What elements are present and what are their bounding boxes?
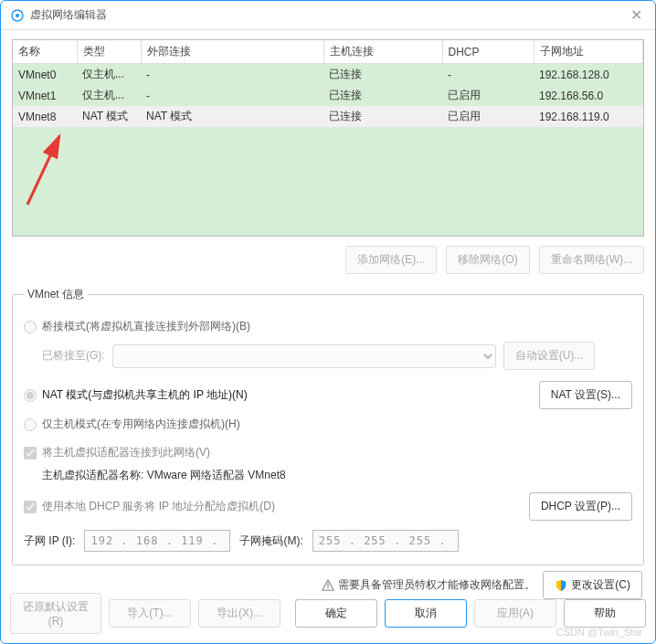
cell-type: NAT 模式	[77, 106, 141, 127]
admin-warning: 需要具备管理员特权才能修改网络配置。	[322, 577, 535, 593]
help-button[interactable]: 帮助	[564, 599, 646, 628]
window-title: 虚拟网络编辑器	[30, 7, 627, 23]
cell-name: VMnet0	[13, 64, 77, 86]
cell-ext: NAT 模式	[141, 106, 323, 127]
titlebar: 虚拟网络编辑器 ✕	[1, 1, 655, 30]
remove-network-button[interactable]: 移除网络(O)	[446, 246, 529, 274]
restore-defaults-button[interactable]: 还原默认设置(R)	[10, 593, 101, 634]
svg-rect-3	[328, 583, 329, 586]
table-row[interactable]: VMnet8NAT 模式NAT 模式已连接已启用192.168.119.0	[13, 106, 643, 127]
bridge-mode-label: 桥接模式(将虚拟机直接连接到外部网络)(B)	[42, 319, 250, 334]
cell-subnet: 192.168.119.0	[534, 106, 643, 127]
cell-subnet: 192.168.56.0	[534, 85, 643, 106]
use-dhcp-checkbox[interactable]	[24, 501, 37, 513]
rename-network-button[interactable]: 重命名网络(W)...	[539, 246, 644, 274]
hostonly-mode-label: 仅主机模式(在专用网络内连接虚拟机)(H)	[42, 417, 240, 432]
auto-config-button[interactable]: 自动设置(U)...	[503, 342, 596, 370]
connect-host-label: 将主机虚拟适配器连接到此网络(V)	[42, 445, 210, 460]
cell-name: VMnet1	[13, 85, 77, 106]
svg-rect-4	[328, 587, 329, 588]
cell-ext: -	[141, 64, 323, 86]
svg-point-1	[16, 14, 19, 17]
col-type[interactable]: 类型	[77, 40, 141, 64]
cell-dhcp: 已启用	[442, 106, 534, 127]
table-header-row: 名称 类型 外部连接 主机连接 DHCP 子网地址	[13, 40, 643, 64]
col-subnet[interactable]: 子网地址	[534, 40, 643, 64]
app-logo-icon	[10, 8, 25, 23]
network-table: 名称 类型 外部连接 主机连接 DHCP 子网地址 VMnet0仅主机...-已…	[12, 39, 644, 237]
dhcp-settings-button[interactable]: DHCP 设置(P)...	[529, 492, 632, 521]
nat-settings-button[interactable]: NAT 设置(S)...	[539, 381, 632, 409]
hostonly-mode-radio[interactable]	[24, 418, 37, 431]
import-button[interactable]: 导入(T)...	[109, 599, 191, 628]
warning-icon	[322, 579, 334, 592]
cell-subnet: 192.168.128.0	[534, 64, 643, 86]
cell-host: 已连接	[323, 64, 442, 86]
vmnet-info-group: VMnet 信息 桥接模式(将虚拟机直接连接到外部网络)(B) 已桥接至(G):…	[12, 287, 644, 565]
cell-type: 仅主机...	[77, 64, 141, 86]
cell-dhcp: 已启用	[442, 85, 534, 106]
cell-host: 已连接	[323, 106, 442, 127]
svg-line-2	[27, 136, 59, 205]
col-host[interactable]: 主机连接	[323, 40, 442, 64]
add-network-button[interactable]: 添加网络(E)...	[345, 246, 437, 274]
col-name[interactable]: 名称	[13, 40, 77, 64]
use-dhcp-label: 使用本地 DHCP 服务将 IP 地址分配给虚拟机(D)	[42, 499, 275, 514]
adapter-name-text: 主机虚拟适配器名称: VMware 网络适配器 VMnet8	[42, 468, 632, 483]
apply-button[interactable]: 应用(A)	[474, 599, 556, 628]
table-row[interactable]: VMnet1仅主机...-已连接已启用192.168.56.0	[13, 85, 643, 106]
bridged-to-select[interactable]	[112, 344, 496, 368]
close-icon[interactable]: ✕	[627, 6, 646, 24]
subnet-ip-input[interactable]	[84, 530, 230, 552]
connect-host-checkbox[interactable]	[24, 447, 37, 459]
cell-name: VMnet8	[13, 106, 77, 127]
table-row[interactable]: VMnet0仅主机...-已连接-192.168.128.0	[13, 64, 643, 86]
subnet-mask-label: 子网掩码(M):	[239, 533, 302, 549]
bridged-to-label: 已桥接至(G):	[42, 348, 105, 364]
bridge-mode-radio[interactable]	[24, 321, 37, 333]
cell-type: 仅主机...	[77, 85, 141, 106]
vmnet-info-legend: VMnet 信息	[24, 287, 88, 302]
cell-host: 已连接	[323, 85, 442, 106]
subnet-ip-label: 子网 IP (I):	[24, 533, 75, 549]
export-button[interactable]: 导出(X)...	[198, 599, 280, 628]
nat-mode-radio[interactable]	[24, 389, 37, 402]
col-ext[interactable]: 外部连接	[141, 40, 323, 64]
subnet-mask-input[interactable]	[312, 530, 459, 552]
ok-button[interactable]: 确定	[295, 599, 377, 628]
col-dhcp[interactable]: DHCP	[442, 40, 534, 64]
annotation-arrow-icon	[18, 132, 82, 214]
shield-icon	[555, 579, 567, 592]
cell-ext: -	[141, 85, 323, 106]
cancel-button[interactable]: 取消	[385, 599, 467, 628]
nat-mode-label: NAT 模式(与虚拟机共享主机的 IP 地址)(N)	[42, 387, 248, 403]
cell-dhcp: -	[442, 64, 534, 86]
